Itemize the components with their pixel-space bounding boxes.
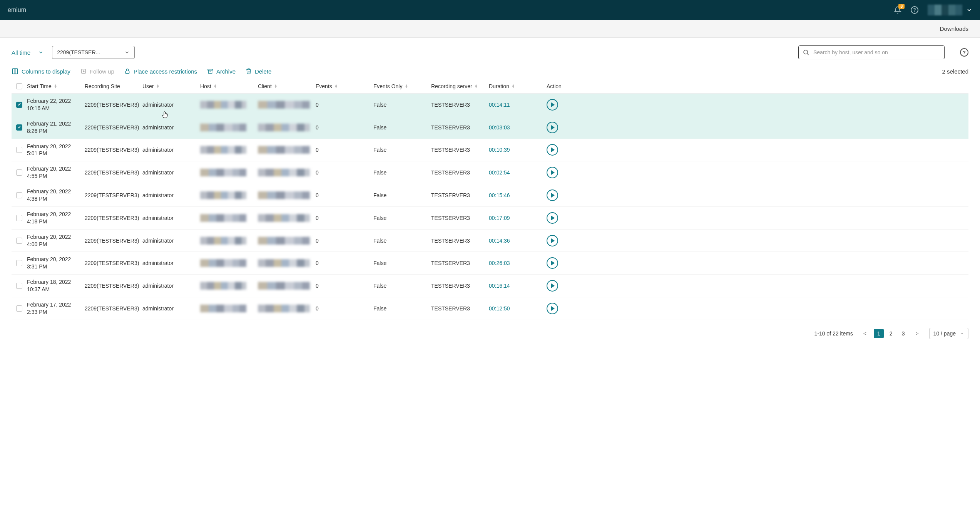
play-button[interactable]: [547, 167, 558, 178]
pager-page[interactable]: 3: [898, 329, 908, 338]
cell-recording-site: 2209(TESTSERVER3): [85, 102, 142, 108]
notifications-button[interactable]: 8: [894, 6, 901, 14]
col-header-host[interactable]: Host▲▼: [200, 83, 258, 89]
trash-icon: [246, 68, 252, 74]
row-checkbox[interactable]: [16, 215, 22, 221]
pager-next[interactable]: >: [912, 329, 922, 338]
cell-duration[interactable]: 00:15:46: [489, 192, 547, 198]
col-header-duration[interactable]: Duration▲▼: [489, 83, 547, 89]
play-icon: [551, 125, 555, 130]
col-header-events[interactable]: Events▲▼: [316, 83, 373, 89]
columns-icon: [12, 68, 18, 75]
cell-events-only: False: [373, 260, 431, 266]
cell-recording-server: TESTSERVER3: [431, 102, 489, 108]
play-button[interactable]: [547, 303, 558, 314]
select-all-checkbox[interactable]: [16, 83, 22, 89]
cell-client: [258, 101, 316, 109]
cell-events-only: False: [373, 169, 431, 176]
cell-duration[interactable]: 00:16:14: [489, 283, 547, 289]
table-row[interactable]: February 22, 202210:16 AM 2209(TESTSERVE…: [12, 94, 968, 116]
col-header-recording-server[interactable]: Recording server▲▼: [431, 83, 489, 89]
selected-count: 2 selected: [942, 68, 968, 75]
table-row[interactable]: February 20, 20224:38 PM 2209(TESTSERVER…: [12, 184, 968, 207]
cell-events: 0: [316, 102, 373, 108]
table-row[interactable]: February 20, 20224:55 PM 2209(TESTSERVER…: [12, 161, 968, 184]
server-select[interactable]: 2209(TESTSER...: [52, 46, 135, 59]
cell-duration[interactable]: 00:26:03: [489, 260, 547, 266]
cell-client: [258, 146, 316, 154]
table-row[interactable]: February 17, 20222:33 PM 2209(TESTSERVER…: [12, 297, 968, 320]
pager-page[interactable]: 1: [874, 329, 884, 338]
row-checkbox[interactable]: [16, 283, 22, 289]
flag-icon: [80, 68, 87, 74]
context-help-icon[interactable]: ?: [960, 48, 968, 57]
archive-button[interactable]: Archive: [207, 68, 236, 75]
time-range-filter[interactable]: All time: [12, 49, 43, 56]
pager-prev[interactable]: <: [860, 329, 870, 338]
cell-user: administrator: [142, 215, 200, 221]
play-button[interactable]: [547, 189, 558, 201]
per-page-select[interactable]: 10 / page: [929, 328, 968, 339]
col-header-client[interactable]: Client▲▼: [258, 83, 316, 89]
app-title-fragment: emium: [8, 7, 26, 13]
play-icon: [551, 216, 555, 220]
cell-duration[interactable]: 00:14:11: [489, 102, 547, 108]
svg-line-1: [807, 54, 808, 55]
table-row[interactable]: February 20, 20225:01 PM 2209(TESTSERVER…: [12, 139, 968, 162]
cell-duration[interactable]: 00:03:03: [489, 124, 547, 131]
cell-start-time: February 17, 20222:33 PM: [27, 301, 85, 316]
table-row[interactable]: February 20, 20224:18 PM 2209(TESTSERVER…: [12, 207, 968, 230]
play-button[interactable]: [547, 257, 558, 269]
notif-badge: 8: [898, 4, 905, 9]
cell-client: [258, 191, 316, 199]
col-header-events-only[interactable]: Events Only▲▼: [373, 83, 431, 89]
delete-button[interactable]: Delete: [246, 68, 271, 75]
cell-user: administrator: [142, 192, 200, 198]
place-access-restrictions-button[interactable]: Place access restrictions: [124, 68, 197, 75]
row-checkbox[interactable]: [16, 192, 22, 198]
row-checkbox[interactable]: [16, 102, 22, 108]
cell-client: [258, 124, 316, 131]
play-button[interactable]: [547, 99, 558, 111]
table-row[interactable]: February 18, 202210:37 AM 2209(TESTSERVE…: [12, 275, 968, 297]
play-button[interactable]: [547, 280, 558, 292]
table-row[interactable]: February 21, 20228:26 PM 2209(TESTSERVER…: [12, 116, 968, 139]
table-row[interactable]: February 20, 20223:31 PM 2209(TESTSERVER…: [12, 252, 968, 275]
cell-events: 0: [316, 169, 373, 176]
cell-duration[interactable]: 00:12:50: [489, 305, 547, 312]
search-box[interactable]: [798, 45, 945, 59]
play-button[interactable]: [547, 212, 558, 224]
col-header-user[interactable]: User▲▼: [142, 83, 200, 89]
col-header-start-time[interactable]: Start Time▲▼: [27, 83, 85, 89]
cell-client: [258, 237, 316, 245]
cell-host: [200, 259, 258, 267]
pager-summary: 1-10 of 22 items: [814, 330, 853, 337]
row-checkbox[interactable]: [16, 147, 22, 153]
cell-duration[interactable]: 00:17:09: [489, 215, 547, 221]
row-checkbox[interactable]: [16, 169, 22, 176]
row-checkbox[interactable]: [16, 260, 22, 266]
row-checkbox[interactable]: [16, 124, 22, 131]
play-button[interactable]: [547, 122, 558, 133]
cell-events: 0: [316, 192, 373, 198]
cell-duration[interactable]: 00:10:39: [489, 147, 547, 153]
row-checkbox[interactable]: [16, 238, 22, 244]
cell-user: administrator: [142, 260, 200, 266]
cell-start-time: February 22, 202210:16 AM: [27, 97, 85, 112]
cell-recording-site: 2209(TESTSERVER3): [85, 169, 142, 176]
row-checkbox[interactable]: [16, 305, 22, 312]
play-button[interactable]: [547, 235, 558, 246]
pager-page[interactable]: 2: [886, 329, 896, 338]
help-icon[interactable]: ?: [911, 6, 918, 14]
sub-header: Downloads: [0, 20, 980, 38]
table-row[interactable]: February 20, 20224:00 PM 2209(TESTSERVER…: [12, 230, 968, 252]
columns-to-display-button[interactable]: Columns to display: [12, 68, 70, 75]
cell-user: administrator: [142, 238, 200, 244]
cell-client: [258, 259, 316, 267]
cell-duration[interactable]: 00:14:36: [489, 238, 547, 244]
downloads-link[interactable]: Downloads: [940, 25, 968, 32]
user-menu[interactable]: [928, 5, 972, 15]
play-button[interactable]: [547, 144, 558, 156]
cell-duration[interactable]: 00:02:54: [489, 169, 547, 176]
search-input[interactable]: [813, 49, 940, 55]
